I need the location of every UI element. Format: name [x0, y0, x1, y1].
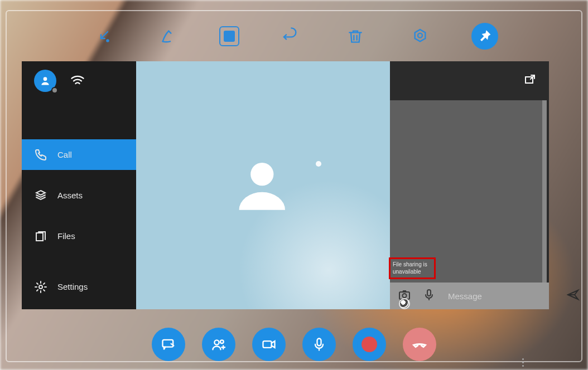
svg-point-5 [250, 163, 273, 186]
app-window: Call Assets Files [22, 61, 549, 309]
sidebar-item-assets[interactable]: Assets [22, 180, 136, 211]
svg-point-1 [418, 33, 422, 38]
chat-button[interactable] [152, 328, 185, 361]
svg-point-8 [403, 294, 407, 298]
sidebar-item-files[interactable]: Files [22, 221, 136, 251]
end-call-button[interactable] [403, 328, 436, 361]
color-picker-icon[interactable] [407, 23, 433, 50]
tooltip-text-line1: File sharing is [393, 261, 430, 269]
sidebar-item-label: Call [57, 150, 72, 159]
svg-rect-3 [36, 233, 43, 241]
sidebar: Call Assets Files [22, 61, 136, 309]
presence-indicator [51, 87, 58, 94]
wifi-icon[interactable] [70, 72, 85, 90]
svg-point-0 [107, 40, 108, 41]
add-participant-button[interactable] [202, 328, 235, 361]
chat-header [390, 61, 549, 100]
sidebar-item-settings[interactable]: Settings [22, 271, 136, 302]
sidebar-header [22, 61, 136, 100]
top-toolbar [0, 11, 588, 61]
cursor-dot [316, 161, 321, 167]
tooltip-text-line2: unavailable [393, 269, 430, 276]
svg-point-12 [220, 340, 224, 343]
sidebar-item-label: Settings [57, 282, 88, 291]
more-options-icon[interactable] [522, 358, 524, 367]
camera-icon[interactable] [398, 288, 411, 304]
svg-point-11 [214, 340, 219, 344]
bottom-action-bar [0, 328, 588, 361]
sidebar-nav: Call Assets Files [22, 139, 136, 302]
chat-input-row [390, 283, 549, 309]
sidebar-item-call[interactable]: Call [22, 139, 136, 170]
mic-button[interactable] [302, 328, 336, 361]
send-icon[interactable] [566, 288, 580, 304]
pin-button[interactable] [471, 23, 498, 50]
cursor-icon [399, 298, 410, 309]
delete-icon[interactable] [342, 23, 369, 50]
undo-icon[interactable] [277, 23, 304, 50]
chat-scrollbar[interactable] [542, 100, 547, 283]
chat-messages-area[interactable]: File sharing is unavailable [390, 100, 547, 283]
record-dot-icon [362, 337, 377, 352]
remote-user-placeholder-icon [231, 154, 292, 217]
arrow-tool-icon[interactable] [90, 23, 117, 50]
video-panel[interactable] [136, 61, 390, 309]
svg-rect-14 [317, 339, 321, 346]
svg-rect-13 [263, 341, 272, 348]
message-input[interactable] [447, 291, 555, 301]
user-avatar[interactable] [34, 70, 56, 92]
chat-panel: File sharing is unavailable [390, 61, 549, 309]
sidebar-item-label: Assets [57, 191, 83, 200]
sidebar-item-label: Files [57, 231, 75, 241]
microphone-icon[interactable] [422, 288, 436, 304]
undock-icon[interactable] [523, 73, 537, 89]
video-button[interactable] [252, 328, 286, 361]
svg-point-2 [44, 77, 47, 81]
file-sharing-tooltip: File sharing is unavailable [389, 257, 436, 279]
rectangle-tool-icon[interactable] [219, 26, 239, 46]
svg-rect-9 [427, 290, 431, 296]
ink-tool-icon[interactable] [155, 23, 181, 50]
record-button[interactable] [353, 328, 386, 361]
svg-point-4 [39, 285, 42, 289]
